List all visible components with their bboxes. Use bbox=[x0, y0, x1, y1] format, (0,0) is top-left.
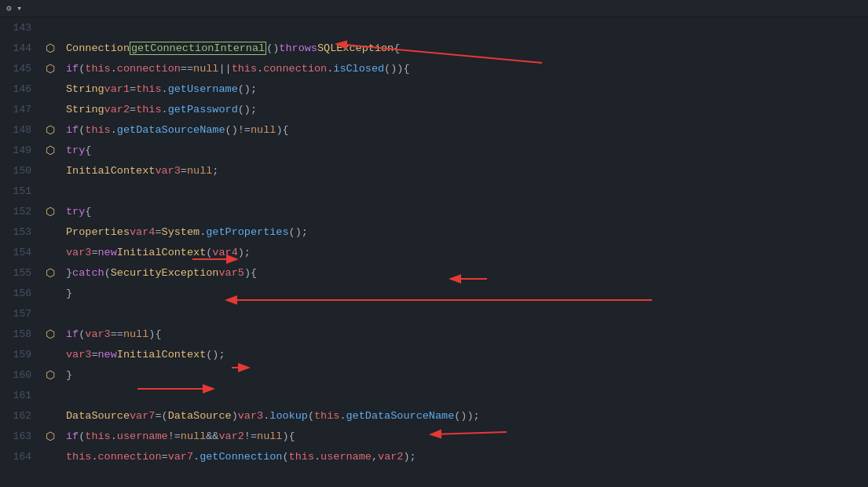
breadcrumb-dropdown[interactable]: ⚙ ▾ bbox=[6, 3, 22, 13]
code-line-162: 162 DataSource var7 = (DataSource) var3.… bbox=[0, 405, 868, 426]
gutter-145: ⬡ bbox=[41, 62, 60, 75]
code-line-154: 154 var3 = new InitialContext(var4); bbox=[0, 242, 868, 262]
line-num-164: 164 bbox=[0, 451, 41, 463]
code-line-150: 150 InitialContext var3 = null; bbox=[0, 160, 868, 181]
line-num-151: 151 bbox=[0, 185, 41, 197]
line-num-159: 159 bbox=[0, 349, 41, 361]
line-num-161: 161 bbox=[0, 390, 41, 401]
code-line-156: 156 } bbox=[0, 283, 868, 303]
code-content-147: String var2 = this.getPassword(); bbox=[60, 104, 868, 115]
code-line-160: 160 ⬡ } bbox=[0, 364, 868, 385]
bookmark-icon-155: ⬡ bbox=[46, 266, 55, 280]
code-line-143: 143 bbox=[0, 17, 868, 38]
gutter-148: ⬡ bbox=[41, 123, 60, 137]
code-content-152: try { bbox=[60, 206, 868, 218]
line-num-149: 149 bbox=[0, 145, 41, 156]
line-num-148: 148 bbox=[0, 124, 41, 136]
code-line-149: 149 ⬡ try { bbox=[0, 140, 868, 160]
editor-topbar: ⚙ ▾ bbox=[0, 0, 868, 17]
line-num-145: 145 bbox=[0, 63, 41, 75]
line-num-152: 152 bbox=[0, 206, 41, 218]
code-content-164: this.connection = var7.getConnection(thi… bbox=[60, 451, 868, 463]
code-content-160: } bbox=[60, 369, 868, 381]
code-content-149: try { bbox=[60, 145, 868, 156]
line-num-154: 154 bbox=[0, 247, 41, 258]
line-num-158: 158 bbox=[0, 328, 41, 340]
bookmark-icon-148: ⬡ bbox=[46, 123, 55, 137]
bookmark-icon-163: ⬡ bbox=[46, 430, 55, 443]
code-line-147: 147 String var2 = this.getPassword(); bbox=[0, 99, 868, 119]
gutter-163: ⬡ bbox=[41, 430, 60, 443]
line-num-156: 156 bbox=[0, 287, 41, 299]
code-content-148: if (this.getDataSourceName() != null) { bbox=[60, 124, 868, 136]
gutter-158: ⬡ bbox=[41, 328, 60, 341]
line-num-162: 162 bbox=[0, 410, 41, 422]
line-num-144: 144 bbox=[0, 42, 41, 54]
code-content-159: var3 = new InitialContext(); bbox=[60, 349, 868, 361]
line-num-143: 143 bbox=[0, 22, 41, 34]
code-line-155: 155 ⬡ } catch (SecurityException var5) { bbox=[0, 262, 868, 283]
line-num-147: 147 bbox=[0, 104, 41, 115]
code-content-158: if (var3 == null) { bbox=[60, 328, 868, 340]
line-num-150: 150 bbox=[0, 165, 41, 177]
gutter-152: ⬡ bbox=[41, 205, 60, 218]
code-line-152: 152 ⬡ try { bbox=[0, 201, 868, 222]
code-line-151: 151 bbox=[0, 181, 868, 201]
code-line-157: 157 bbox=[0, 303, 868, 324]
gutter-160: ⬡ bbox=[41, 368, 60, 382]
code-line-145: 145 ⬡ if (this.connection == null || thi… bbox=[0, 58, 868, 79]
code-line-159: 159 var3 = new InitialContext(); bbox=[0, 344, 868, 364]
code-line-163: 163 ⬡ if (this.username != null && var2 … bbox=[0, 426, 868, 446]
code-content-156: } bbox=[60, 287, 868, 299]
code-content-145: if (this.connection == null || this.conn… bbox=[60, 63, 868, 75]
code-content-162: DataSource var7 = (DataSource) var3.look… bbox=[60, 410, 868, 422]
bookmark-icon-144: ⬡ bbox=[46, 42, 55, 55]
code-line-153: 153 Properties var4 = System.getProperti… bbox=[0, 222, 868, 242]
code-content-146: String var1 = this.getUsername(); bbox=[60, 83, 868, 95]
gutter-155: ⬡ bbox=[41, 266, 60, 280]
code-line-144: 144 ⬡ Connection getConnectionInternal()… bbox=[0, 38, 868, 58]
code-content-154: var3 = new InitialContext(var4); bbox=[60, 247, 868, 258]
gutter-144: ⬡ bbox=[41, 42, 60, 55]
code-line-146: 146 String var1 = this.getUsername(); bbox=[0, 79, 868, 99]
bookmark-icon-160: ⬡ bbox=[46, 368, 55, 382]
bookmark-icon-152: ⬡ bbox=[46, 205, 55, 218]
bookmark-icon-145: ⬡ bbox=[46, 62, 55, 75]
line-num-146: 146 bbox=[0, 83, 41, 95]
line-num-155: 155 bbox=[0, 267, 41, 279]
bookmark-icon-149: ⬡ bbox=[46, 144, 55, 157]
line-num-160: 160 bbox=[0, 369, 41, 381]
code-content-163: if (this.username != null && var2 != nul… bbox=[60, 430, 868, 442]
line-num-153: 153 bbox=[0, 226, 41, 238]
code-editor: ⚙ ▾ 143 144 ⬡ Connection getConnectionIn… bbox=[0, 0, 868, 487]
code-line-148: 148 ⬡ if (this.getDataSourceName() != nu… bbox=[0, 119, 868, 140]
code-content-155: } catch (SecurityException var5) { bbox=[60, 267, 868, 279]
code-content-153: Properties var4 = System.getProperties()… bbox=[60, 226, 868, 238]
gutter-149: ⬡ bbox=[41, 144, 60, 157]
line-num-157: 157 bbox=[0, 308, 41, 320]
code-content-150: InitialContext var3 = null; bbox=[60, 165, 868, 177]
code-line-158: 158 ⬡ if (var3 == null) { bbox=[0, 324, 868, 344]
bookmark-icon-158: ⬡ bbox=[46, 328, 55, 341]
code-line-164: 164 this.connection = var7.getConnection… bbox=[0, 446, 868, 467]
line-num-163: 163 bbox=[0, 430, 41, 442]
code-line-161: 161 bbox=[0, 385, 868, 405]
code-content-144: Connection getConnectionInternal() throw… bbox=[60, 42, 868, 55]
